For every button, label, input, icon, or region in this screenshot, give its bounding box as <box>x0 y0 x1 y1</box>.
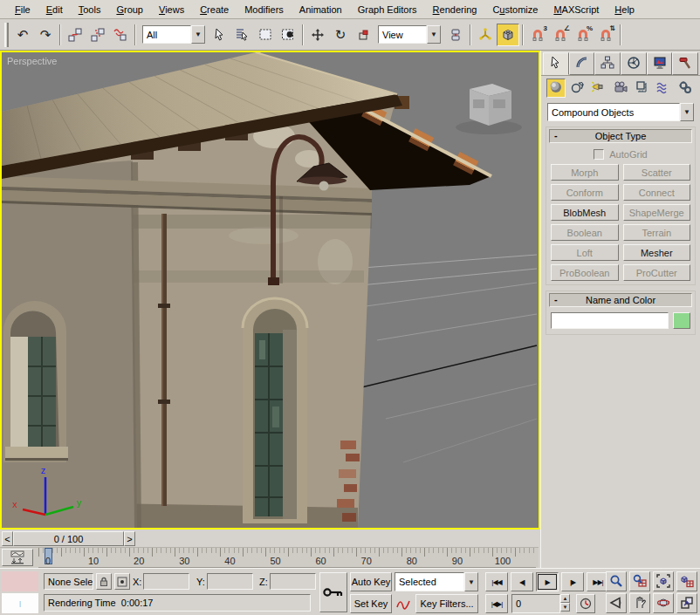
set-key-button[interactable]: Set Key <box>350 594 392 613</box>
go-to-start-button[interactable]: |◀◀ <box>485 572 508 591</box>
arc-rotate-button[interactable] <box>653 593 674 613</box>
category-geometry[interactable] <box>546 79 566 98</box>
tab-utilities[interactable] <box>672 52 698 75</box>
undo-icon[interactable]: ↶ <box>11 24 34 46</box>
object-type-rollout-header[interactable]: - Object Type <box>549 129 692 143</box>
name-color-rollout-header[interactable]: - Name and Color <box>549 293 692 307</box>
snaps-cube-toggle[interactable] <box>497 24 519 46</box>
y-coordinate-input[interactable] <box>207 573 253 590</box>
object-category-dropdown[interactable]: Compound Objects ▼ <box>547 103 694 121</box>
field-of-view-button[interactable] <box>606 593 627 613</box>
auto-key-button[interactable]: Auto Key <box>350 572 392 591</box>
tab-motion[interactable] <box>621 52 647 75</box>
category-space-warps[interactable] <box>654 79 673 98</box>
angle-snap-toggle-icon[interactable]: ∠ <box>549 24 572 46</box>
select-and-rotate-icon[interactable]: ↻ <box>329 24 352 46</box>
menu-help[interactable]: Help <box>607 3 642 17</box>
selected-filter-dropdown[interactable]: Selected ▼ <box>395 572 478 591</box>
viewport-perspective[interactable]: z x y Perspective <box>0 51 540 530</box>
spinner-down-icon[interactable]: ▼ <box>560 603 570 612</box>
menu-tools[interactable]: Tools <box>71 3 109 17</box>
object-type-button-blobmesh[interactable]: BlobMesh <box>551 204 619 221</box>
zoom-all-button[interactable] <box>629 571 650 591</box>
use-pivot-point-center-icon[interactable] <box>444 24 467 46</box>
maxscript-macro-recorder[interactable] <box>2 571 38 591</box>
next-frame-button[interactable]: |▶ <box>561 572 584 591</box>
frame-spinner[interactable]: ▲ ▼ <box>560 594 570 612</box>
dropdown-arrow-icon[interactable]: ▼ <box>427 25 441 44</box>
object-type-button-mesher[interactable]: Mesher <box>623 244 691 261</box>
menu-rendering[interactable]: Rendering <box>425 3 485 17</box>
reference-coordinate-system-dropdown[interactable]: View▼ <box>378 25 441 44</box>
select-and-scale-icon[interactable] <box>352 24 374 46</box>
object-name-input[interactable] <box>551 312 669 329</box>
maximize-viewport-button[interactable] <box>676 593 697 613</box>
play-button[interactable]: ▶ <box>536 572 559 591</box>
percent-snap-toggle-icon[interactable]: % <box>572 24 594 46</box>
dropdown-arrow-icon[interactable]: ▼ <box>680 103 694 121</box>
menu-views[interactable]: Views <box>151 3 192 17</box>
tab-display[interactable] <box>647 52 673 75</box>
menu-maxscript[interactable]: MAXScript <box>546 3 607 17</box>
spinner-up-icon[interactable]: ▲ <box>560 594 570 603</box>
window-crossing-icon[interactable] <box>277 24 299 46</box>
time-slider-prev-button[interactable]: < <box>2 531 13 546</box>
tab-modify[interactable] <box>569 52 595 75</box>
default-tangent-button[interactable] <box>395 594 412 613</box>
track-bar-ruler[interactable]: 0102030405060708090100 <box>38 548 536 568</box>
category-space-warps-icon <box>656 80 670 96</box>
bind-to-space-warp-icon[interactable] <box>109 24 132 46</box>
selection-filter-dropdown[interactable]: All▼ <box>142 25 205 44</box>
zoom-extents-all-button[interactable] <box>676 571 697 591</box>
unlink-selection-icon[interactable] <box>86 24 109 46</box>
viewport-label[interactable]: Perspective <box>7 56 57 66</box>
select-and-link-icon[interactable] <box>64 24 86 46</box>
menu-file[interactable]: File <box>7 3 38 17</box>
z-coordinate-input[interactable] <box>270 573 316 590</box>
time-slider-handle[interactable]: 0 / 100 <box>13 531 124 546</box>
time-configuration-button[interactable] <box>576 594 595 613</box>
set-keys-button[interactable] <box>319 572 347 612</box>
spinner-snap-toggle-icon[interactable]: ⇅ <box>594 24 617 46</box>
menu-animation[interactable]: Animation <box>292 3 350 17</box>
autogrid-checkbox[interactable] <box>594 149 604 160</box>
snaps-toggle-3d-icon[interactable]: 3 <box>526 24 549 46</box>
select-and-manipulate-icon[interactable] <box>474 24 497 46</box>
category-systems[interactable] <box>676 79 695 98</box>
current-frame-field[interactable]: 0 <box>511 594 560 613</box>
dropdown-arrow-icon[interactable]: ▼ <box>464 572 478 591</box>
category-helpers[interactable] <box>633 79 652 98</box>
menu-customize[interactable]: Customize <box>484 3 546 17</box>
open-mini-curve-editor-button[interactable] <box>2 549 33 566</box>
menu-graph-editors[interactable]: Graph Editors <box>350 3 425 17</box>
maxscript-mini-listener[interactable]: | <box>2 593 38 613</box>
previous-frame-button[interactable]: ◀| <box>511 572 533 591</box>
track-bar[interactable]: 0102030405060708090100 <box>0 548 539 568</box>
menu-create[interactable]: Create <box>192 3 237 17</box>
key-filters-button[interactable]: Key Filters... <box>415 594 478 613</box>
redo-icon[interactable]: ↷ <box>34 24 57 46</box>
tab-hierarchy[interactable] <box>594 52 621 75</box>
tab-create[interactable] <box>543 52 569 75</box>
menu-modifiers[interactable]: Modifiers <box>237 3 292 17</box>
toolbar-grip[interactable] <box>4 23 9 47</box>
x-coordinate-input[interactable] <box>143 573 189 590</box>
select-by-name-icon[interactable] <box>231 24 254 46</box>
selection-lock-icon[interactable] <box>96 573 112 590</box>
dropdown-arrow-icon[interactable]: ▼ <box>191 25 205 44</box>
zoom-extents-button[interactable] <box>653 571 674 591</box>
key-mode-toggle-button[interactable]: |◀▶| <box>485 594 508 613</box>
menu-group[interactable]: Group <box>108 3 151 17</box>
time-slider-next-button[interactable]: > <box>124 531 135 546</box>
absolute-offset-mode-icon[interactable] <box>114 573 130 590</box>
zoom-button[interactable] <box>606 571 627 591</box>
object-color-swatch[interactable] <box>673 312 690 329</box>
category-lights[interactable] <box>589 79 608 98</box>
rectangular-selection-region-icon[interactable] <box>254 24 277 46</box>
category-cameras[interactable] <box>611 79 630 98</box>
menu-edit[interactable]: Edit <box>38 3 71 17</box>
select-and-move-icon[interactable] <box>306 24 329 46</box>
select-object-icon[interactable] <box>209 24 231 46</box>
category-shapes[interactable] <box>568 79 587 98</box>
pan-button[interactable] <box>629 593 650 613</box>
